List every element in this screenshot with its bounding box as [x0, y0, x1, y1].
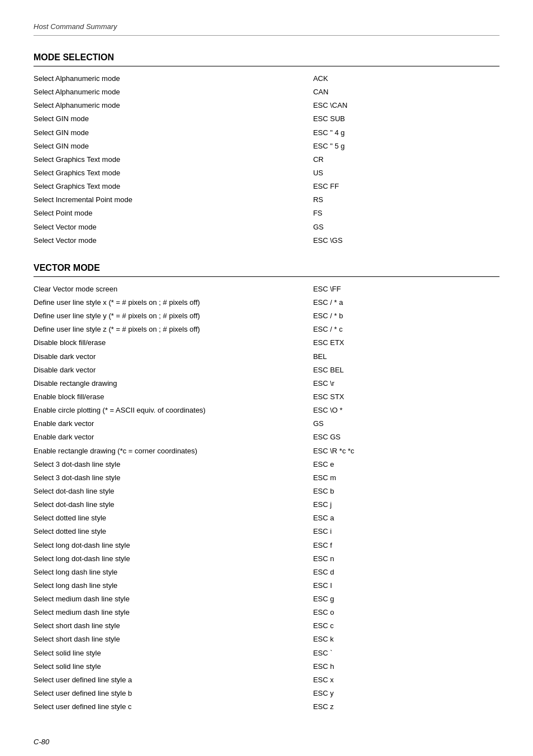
command-code: ESC FF: [313, 180, 499, 193]
command-code: ESC e: [313, 458, 499, 471]
command-description: Select solid line style: [34, 660, 313, 673]
command-code: ESC j: [313, 498, 499, 511]
table-row: Select 3 dot-dash line styleESC m: [34, 471, 499, 485]
command-code: ESC STX: [313, 390, 499, 404]
command-code: ESC / * b: [313, 309, 499, 323]
command-code: ACK: [313, 72, 499, 85]
command-code: BEL: [313, 350, 499, 363]
command-code: ESC b: [313, 485, 499, 498]
table-row: Select solid line styleESC h: [34, 660, 499, 673]
command-code: ESC `: [313, 647, 499, 660]
command-description: Select 3 dot-dash line style: [34, 471, 313, 485]
command-code: ESC " 5 g: [313, 140, 499, 153]
table-row: Select short dash line styleESC k: [34, 633, 499, 646]
command-description: Select Incremental Point mode: [34, 193, 313, 207]
command-table-mode-selection: Select Alphanumeric modeACKSelect Alphan…: [34, 72, 499, 247]
command-code: ESC i: [313, 525, 499, 538]
table-row: Select GIN modeESC " 5 g: [34, 140, 499, 153]
table-row: Disable block fill/eraseESC ETX: [34, 336, 499, 350]
command-description: Select GIN mode: [34, 140, 313, 153]
command-code: ESC g: [313, 592, 499, 606]
command-description: Define user line style x (* = # pixels o…: [34, 296, 313, 309]
table-row: Select user defined line style cESC z: [34, 700, 499, 714]
section-title-mode-selection: MODE SELECTION: [34, 52, 499, 66]
table-row: Enable block fill/eraseESC STX: [34, 390, 499, 404]
command-code: ESC / * a: [313, 296, 499, 309]
page-number: C-80: [34, 738, 49, 746]
command-table-vector-mode: Clear Vector mode screenESC \FFDefine us…: [34, 283, 499, 714]
command-code: ESC n: [313, 552, 499, 566]
table-row: Select Vector modeGS: [34, 221, 499, 234]
command-description: Select GIN mode: [34, 112, 313, 126]
command-code: ESC o: [313, 606, 499, 619]
command-description: Select long dash line style: [34, 579, 313, 592]
section-title-vector-mode: VECTOR MODE: [34, 263, 499, 277]
table-row: Select user defined line style aESC x: [34, 673, 499, 687]
command-code: ESC \O *: [313, 404, 499, 417]
table-row: Select long dot-dash line styleESC n: [34, 552, 499, 566]
table-row: Enable circle plotting (* = ASCII equiv.…: [34, 404, 499, 417]
command-code: ESC x: [313, 673, 499, 687]
command-code: ESC \FF: [313, 283, 499, 296]
command-description: Select GIN mode: [34, 126, 313, 140]
table-row: Select Graphics Text modeCR: [34, 153, 499, 166]
table-row: Select medium dash line styleESC o: [34, 606, 499, 619]
command-description: Select 3 dot-dash line style: [34, 458, 313, 471]
command-description: Select user defined line style b: [34, 687, 313, 700]
command-description: Select user defined line style c: [34, 700, 313, 714]
command-description: Define user line style y (* = # pixels o…: [34, 309, 313, 323]
command-description: Select dotted line style: [34, 525, 313, 538]
command-code: ESC SUB: [313, 112, 499, 126]
command-description: Define user line style z (* = # pixels o…: [34, 323, 313, 336]
command-code: FS: [313, 207, 499, 220]
table-row: Define user line style z (* = # pixels o…: [34, 323, 499, 336]
table-row: Select Alphanumeric modeESC \CAN: [34, 99, 499, 112]
command-code: ESC BEL: [313, 363, 499, 377]
command-code: GS: [313, 417, 499, 430]
command-code: ESC z: [313, 700, 499, 714]
table-row: Select Graphics Text modeUS: [34, 166, 499, 180]
table-row: Disable dark vectorBEL: [34, 350, 499, 363]
table-row: Enable rectangle drawing (*c = corner co…: [34, 444, 499, 458]
command-code: ESC k: [313, 633, 499, 646]
section-mode-selection: MODE SELECTIONSelect Alphanumeric modeAC…: [34, 52, 499, 247]
table-row: Define user line style x (* = # pixels o…: [34, 296, 499, 309]
table-row: Enable dark vectorESC GS: [34, 430, 499, 444]
command-description: Select short dash line style: [34, 619, 313, 633]
table-row: Select Incremental Point modeRS: [34, 193, 499, 207]
command-code: ESC / * c: [313, 323, 499, 336]
command-description: Select Graphics Text mode: [34, 153, 313, 166]
command-description: Enable block fill/erase: [34, 390, 313, 404]
command-description: Clear Vector mode screen: [34, 283, 313, 296]
command-description: Enable dark vector: [34, 417, 313, 430]
table-row: Select medium dash line styleESC g: [34, 592, 499, 606]
table-row: Define user line style y (* = # pixels o…: [34, 309, 499, 323]
command-code: RS: [313, 193, 499, 207]
table-row: Select long dash line styleESC d: [34, 566, 499, 579]
command-description: Select long dot-dash line style: [34, 552, 313, 566]
command-code: CAN: [313, 85, 499, 99]
command-code: US: [313, 166, 499, 180]
command-description: Select medium dash line style: [34, 592, 313, 606]
table-row: Select Alphanumeric modeCAN: [34, 85, 499, 99]
table-row: Select long dot-dash line styleESC f: [34, 539, 499, 552]
table-row: Select Point modeFS: [34, 207, 499, 220]
command-code: ESC \R *c *c: [313, 444, 499, 458]
sections-container: MODE SELECTIONSelect Alphanumeric modeAC…: [34, 52, 499, 714]
table-row: Disable rectangle drawingESC \r: [34, 377, 499, 390]
command-code: ESC f: [313, 539, 499, 552]
table-row: Select dot-dash line styleESC b: [34, 485, 499, 498]
command-description: Select solid line style: [34, 647, 313, 660]
command-description: Select long dash line style: [34, 566, 313, 579]
command-code: ESC c: [313, 619, 499, 633]
table-row: Disable dark vectorESC BEL: [34, 363, 499, 377]
page-header: Host Command Summary: [34, 22, 499, 36]
table-row: Clear Vector mode screenESC \FF: [34, 283, 499, 296]
page: Host Command Summary MODE SELECTIONSelec…: [0, 0, 533, 756]
command-description: Disable dark vector: [34, 350, 313, 363]
command-description: Select Vector mode: [34, 221, 313, 234]
command-code: ESC \r: [313, 377, 499, 390]
command-description: Select medium dash line style: [34, 606, 313, 619]
command-code: GS: [313, 221, 499, 234]
command-code: ESC \CAN: [313, 99, 499, 112]
